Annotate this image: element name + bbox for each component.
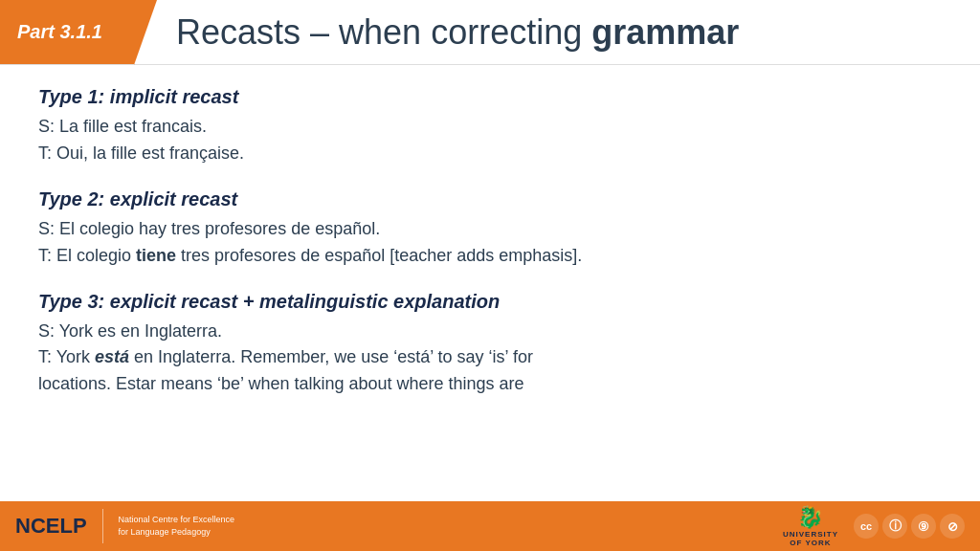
type3-heading: Type 3: explicit recast + metalinguistic… bbox=[38, 291, 942, 313]
info-icon: ⓘ bbox=[882, 514, 907, 539]
york-sub-label: of York bbox=[790, 539, 831, 547]
dollar-icon: ⊘ bbox=[940, 514, 965, 539]
ncelp-tagline: National Centre for Excellence for Langu… bbox=[119, 514, 235, 538]
part-label-container: Part 3.1.1 bbox=[0, 0, 134, 64]
type3-bold-word: está bbox=[95, 347, 129, 366]
type1-line1: S: La fille est francais. bbox=[38, 114, 942, 141]
footer-icon-group: cc ⓘ ⑨ ⊘ bbox=[854, 514, 965, 539]
type1-heading: Type 1: implicit recast bbox=[38, 86, 942, 108]
ncelp-logo: NCELP bbox=[15, 516, 87, 537]
type2-line1: S: El colegio hay tres profesores de esp… bbox=[38, 216, 942, 243]
type3-line1: S: York es en Inglaterra. bbox=[38, 319, 942, 345]
ncelp-line2: for Language Pedagogy bbox=[119, 526, 235, 539]
footer-right: 🐉 UNIVERSITY of York cc ⓘ ⑨ ⊘ bbox=[783, 505, 965, 547]
cc-icon: cc bbox=[854, 514, 879, 539]
ncelp-line1: National Centre for Excellence bbox=[119, 514, 235, 526]
footer: NCELP National Centre for Excellence for… bbox=[0, 501, 980, 551]
type2-line2: T: El colegio tiene tres profesores de e… bbox=[38, 243, 942, 270]
footer-divider bbox=[102, 509, 103, 543]
ncelp-main-text: NCELP bbox=[15, 516, 87, 537]
main-content: Type 1: implicit recast S: La fille est … bbox=[0, 65, 980, 429]
type1-line2: T: Oui, la fille est française. bbox=[38, 141, 942, 167]
footer-left: NCELP National Centre for Excellence for… bbox=[15, 509, 234, 543]
type2-heading: Type 2: explicit recast bbox=[38, 188, 942, 210]
type2-section: Type 2: explicit recast S: El colegio ha… bbox=[38, 188, 942, 270]
title-bold: grammar bbox=[591, 12, 739, 52]
type3-line2: T: York está en Inglaterra. Remember, we… bbox=[38, 344, 942, 398]
type1-section: Type 1: implicit recast S: La fille est … bbox=[38, 86, 942, 167]
header: Part 3.1.1 Recasts – when correcting gra… bbox=[0, 0, 980, 65]
york-logo: 🐉 UNIVERSITY of York bbox=[783, 505, 838, 547]
york-university-label: UNIVERSITY bbox=[783, 530, 838, 539]
title-normal: Recasts – when correcting bbox=[176, 12, 591, 52]
type3-section: Type 3: explicit recast + metalinguistic… bbox=[38, 291, 942, 399]
slide-title-text: Recasts – when correcting grammar bbox=[176, 12, 739, 53]
york-crest-icon: 🐉 bbox=[797, 505, 823, 530]
slide-title: Recasts – when correcting grammar bbox=[134, 0, 980, 64]
share-icon: ⑨ bbox=[911, 514, 936, 539]
type2-bold-word: tiene bbox=[136, 246, 176, 265]
part-label: Part 3.1.1 bbox=[17, 21, 102, 43]
